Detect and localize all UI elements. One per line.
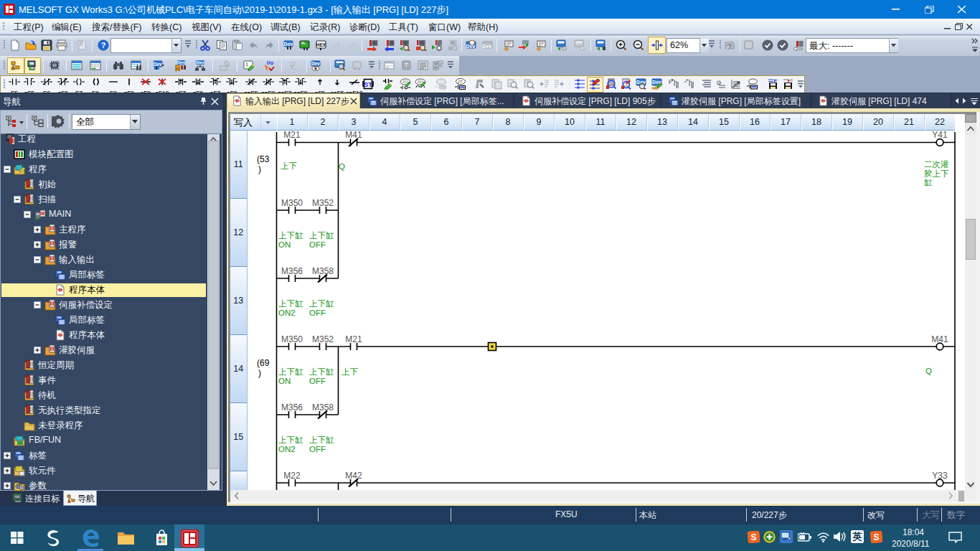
svg-text:ST: ST xyxy=(364,80,372,88)
svg-text:Dev: Dev xyxy=(154,62,162,67)
svg-text:Dev: Dev xyxy=(483,44,492,49)
svg-text:Dev: Dev xyxy=(177,60,186,65)
svg-text:Dev: Dev xyxy=(196,60,204,65)
svg-text:?: ? xyxy=(101,41,106,50)
svg-text:S: S xyxy=(750,532,756,542)
svg-text:Dev: Dev xyxy=(311,61,320,66)
svg-text:回: 回 xyxy=(405,64,409,69)
svg-text:HEX: HEX xyxy=(316,42,326,47)
svg-text:S: S xyxy=(873,532,879,542)
svg-text:Dev: Dev xyxy=(466,44,476,49)
svg-text:I/o: I/o xyxy=(267,60,273,66)
svg-text:Dev: Dev xyxy=(284,42,293,47)
svg-text:I: I xyxy=(246,61,248,68)
